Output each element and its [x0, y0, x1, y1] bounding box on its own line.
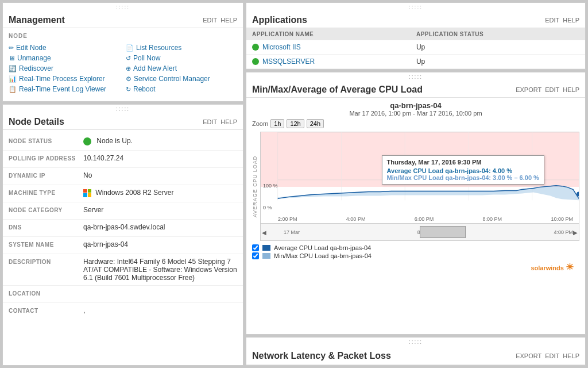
- management-header: Management EDIT HELP: [3, 12, 243, 28]
- service-control-link[interactable]: ⚙ Service Control Manager: [126, 75, 237, 83]
- detail-label-node-status: NODE STATUS: [9, 137, 83, 147]
- cpu-export-link[interactable]: EXPORT: [516, 86, 541, 93]
- realtime-event-icon: 📋: [9, 86, 17, 93]
- solarwinds-logo: solarwinds ☀: [252, 259, 579, 275]
- detail-label-contact: CONTACT: [9, 306, 83, 317]
- detail-value-contact: ,: [83, 306, 237, 317]
- chart-area-wrapper: AVERAGE CPU LOAD 100 % 0 %: [252, 132, 579, 241]
- node-details-help-link[interactable]: HELP: [220, 118, 237, 125]
- node-details-body: NODE STATUS Node is Up. POLLING IP ADDRE…: [3, 130, 243, 324]
- rediscover-link[interactable]: 🔄 Rediscover: [9, 64, 120, 72]
- management-actions: EDIT HELP: [203, 17, 237, 24]
- cpu-help-link[interactable]: HELP: [563, 86, 579, 93]
- management-edit-link[interactable]: EDIT: [203, 17, 217, 24]
- app-name-mssql[interactable]: MSSQLSERVER: [262, 57, 315, 66]
- node-details-widget: ::::: Node Details EDIT HELP NODE STATUS…: [2, 104, 243, 366]
- app-status-iis: Up: [411, 40, 585, 55]
- realtime-process-link[interactable]: 📊 Real-Time Process Explorer: [9, 75, 120, 83]
- unmanage-icon: 🖥: [9, 55, 15, 62]
- detail-row-location: LOCATION: [3, 286, 243, 303]
- legend-item-minmax: Min/Max CPU Load qa-brn-jpas-04: [252, 252, 579, 259]
- detail-value-polling-ip: 10.140.27.24: [83, 154, 237, 164]
- nav-label-17mar: 17 Mar: [284, 229, 300, 235]
- legend-checkbox-minmax[interactable]: [252, 252, 259, 259]
- service-control-icon: ⚙: [126, 75, 131, 83]
- zoom-1h-button[interactable]: 1h: [270, 119, 284, 128]
- drag-handle-cpu: :::::: [246, 72, 585, 81]
- applications-actions: EDIT HELP: [545, 17, 579, 24]
- col-app-status: APPLICATION STATUS: [411, 28, 585, 40]
- app-status-mssql: Up: [411, 55, 585, 69]
- applications-header: Applications EDIT HELP: [246, 12, 585, 28]
- detail-label-description: DESCRIPTION: [9, 258, 83, 282]
- reboot-label: Reboot: [133, 85, 156, 93]
- network-edit-link[interactable]: EDIT: [545, 352, 559, 359]
- list-resources-icon: 📄: [126, 44, 134, 52]
- chart-legend: Average CPU Load qa-brn-jpas-04 Min/Max …: [252, 244, 579, 259]
- detail-row-system-name: SYSTEM NAME qa-brn-jpas-04: [3, 237, 243, 254]
- windows-icon: [83, 189, 91, 197]
- detail-row-polling-ip: POLLING IP ADDRESS 10.140.27.24: [3, 151, 243, 168]
- detail-label-dns: DNS: [9, 223, 83, 233]
- zoom-24h-button[interactable]: 24h: [307, 119, 324, 128]
- detail-label-location: LOCATION: [9, 289, 83, 299]
- x-label-4pm: 4:00 PM: [346, 216, 366, 222]
- zoom-label: Zoom: [252, 120, 268, 127]
- detail-label-system-name: SYSTEM NAME: [9, 240, 83, 250]
- tooltip-avg: Average CPU Load qa-brn-jpas-04: 4.00 %: [387, 167, 539, 174]
- edit-node-link[interactable]: ✏ Edit Node: [9, 44, 120, 52]
- x-label-10pm: 10:00 PM: [551, 216, 573, 222]
- network-latency-widget: ::::: Network Latency & Packet Loss EXPO…: [246, 337, 586, 366]
- legend-item-avg: Average CPU Load qa-brn-jpas-04: [252, 244, 579, 251]
- applications-edit-link[interactable]: EDIT: [545, 17, 559, 24]
- edit-node-label: Edit Node: [16, 44, 47, 52]
- app-row-mssql: MSSQLSERVER Up: [246, 55, 585, 69]
- detail-row-dynamic-ip: DYNAMIC IP No: [3, 168, 243, 185]
- detail-label-machine-type: MACHINE TYPE: [9, 189, 83, 198]
- add-new-alert-label: Add New Alert: [133, 64, 177, 72]
- legend-checkbox-avg[interactable]: [252, 244, 259, 251]
- detail-label-dynamic-ip: DYNAMIC IP: [9, 171, 83, 181]
- reboot-link[interactable]: ↻ Reboot: [126, 85, 237, 93]
- detail-value-node-status: Node is Up.: [83, 137, 237, 147]
- nav-right-arrow[interactable]: ▶: [573, 229, 578, 235]
- chart-date-range: Mar 17 2016, 1:00 pm - Mar 17 2016, 10:0…: [252, 110, 579, 117]
- applications-widget: ::::: Applications EDIT HELP APPLICATION…: [246, 2, 586, 70]
- app-name-iis[interactable]: Microsoft IIS: [262, 43, 301, 51]
- app-status-icon-mssql: [252, 58, 259, 65]
- nav-selection-bar[interactable]: [420, 226, 466, 238]
- list-resources-link[interactable]: 📄 List Resources: [126, 44, 237, 52]
- management-widget: ::::: Management EDIT HELP NODE ✏ Edit N…: [2, 2, 243, 102]
- detail-label-node-category: NODE CATEGORY: [9, 206, 83, 216]
- cpu-edit-link[interactable]: EDIT: [545, 86, 559, 93]
- rediscover-icon: 🔄: [9, 65, 17, 72]
- management-help-link[interactable]: HELP: [220, 17, 237, 24]
- poll-now-link[interactable]: ↺ Poll Now: [126, 54, 237, 62]
- node-details-edit-link[interactable]: EDIT: [203, 118, 217, 125]
- unmanage-link[interactable]: 🖥 Unmanage: [9, 54, 120, 62]
- legend-color-avg: [262, 245, 270, 251]
- network-title: Network Latency & Packet Loss: [252, 351, 391, 361]
- x-label-2pm: 2:00 PM: [278, 216, 297, 222]
- applications-title: Applications: [252, 15, 307, 25]
- applications-table: APPLICATION NAME APPLICATION STATUS Micr…: [246, 28, 585, 69]
- chart-navigator[interactable]: ◀ 17 Mar 8:00 AM 4:00 PM ▶: [260, 224, 579, 241]
- zoom-12h-button[interactable]: 12h: [287, 119, 304, 128]
- node-details-title: Node Details: [9, 117, 64, 127]
- realtime-event-label: Real-Time Event Log Viewer: [19, 85, 106, 93]
- reboot-icon: ↻: [126, 86, 131, 93]
- app-status-icon-iis: [252, 44, 259, 51]
- add-new-alert-link[interactable]: ⊕ Add New Alert: [126, 64, 237, 72]
- applications-help-link[interactable]: HELP: [563, 17, 579, 24]
- network-actions: EXPORT EDIT HELP: [516, 352, 579, 359]
- col-app-name: APPLICATION NAME: [246, 28, 411, 40]
- realtime-event-link[interactable]: 📋 Real-Time Event Log Viewer: [9, 85, 120, 93]
- svg-marker-7: [278, 185, 579, 201]
- management-section-label: NODE: [9, 33, 237, 39]
- status-dot-green: [83, 137, 91, 145]
- nav-left-arrow[interactable]: ◀: [262, 229, 266, 235]
- network-help-link[interactable]: HELP: [563, 352, 579, 359]
- network-export-link[interactable]: EXPORT: [516, 352, 541, 359]
- service-control-label: Service Control Manager: [134, 75, 210, 83]
- legend-label-avg: Average CPU Load qa-brn-jpas-04: [274, 244, 371, 251]
